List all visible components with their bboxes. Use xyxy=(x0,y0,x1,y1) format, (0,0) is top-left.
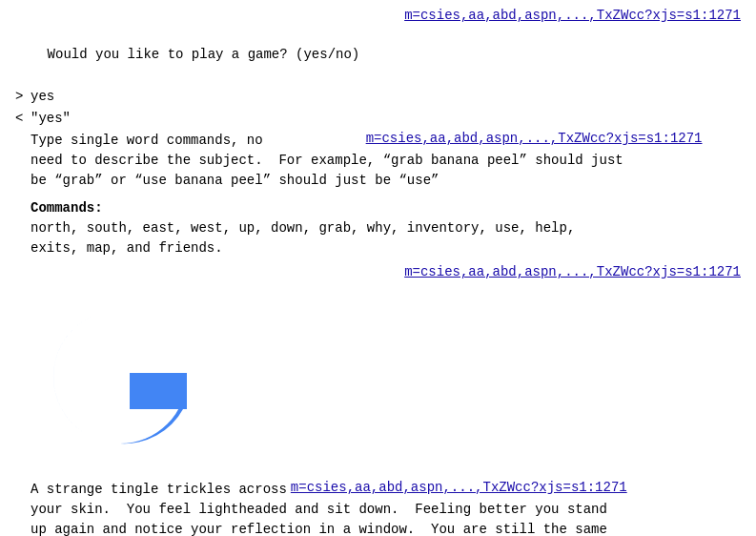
instructions-block: Type single word commands, no m=csies,aa… xyxy=(15,131,741,191)
instructions-row1: Type single word commands, no m=csies,aa… xyxy=(31,131,741,151)
question-line: Would you like to play a game? (yes/no) xyxy=(15,25,741,85)
response-text: "yes" xyxy=(31,109,71,129)
instructions-text2: need to describe the subject. For exampl… xyxy=(31,151,741,171)
commands-block: Commands: north, south, east, west, up, … xyxy=(15,198,741,258)
commands-list: north, south, east, west, up, down, grab… xyxy=(31,218,741,238)
commands-label: Commands: xyxy=(31,198,741,218)
story-row1: A strange tingle trickles across m=csies… xyxy=(31,480,741,500)
response-symbol: < xyxy=(15,109,27,129)
instructions-text3: be “grab” or “use banana peel” should ju… xyxy=(31,171,741,191)
user-input-text: yes xyxy=(31,87,54,107)
instructions-text1: Type single word commands, no xyxy=(31,131,263,151)
response-line: < "yes" xyxy=(15,109,741,129)
svg-rect-0 xyxy=(130,373,187,409)
story-text3: up again and notice your reflection in a… xyxy=(31,520,741,536)
question-text: Would you like to play a game? (yes/no) xyxy=(48,47,360,62)
header-link[interactable]: m=csies,aa,abd,aspn,...,TxZWcc?xjs=s1:12… xyxy=(404,8,741,23)
instructions-link[interactable]: m=csies,aa,abd,aspn,...,TxZWcc?xjs=s1:12… xyxy=(366,131,703,146)
user-input-line: > yes xyxy=(15,87,741,107)
main-content: m=csies,aa,abd,aspn,...,TxZWcc?xjs=s1:12… xyxy=(15,8,741,536)
story-block: A strange tingle trickles across m=csies… xyxy=(15,480,741,536)
story-text1: A strange tingle trickles across xyxy=(31,480,287,500)
commands-list2: exits, map, and friends. xyxy=(31,238,741,258)
story-link[interactable]: m=csies,aa,abd,aspn,...,TxZWcc?xjs=s1:12… xyxy=(291,480,627,495)
input-symbol: > xyxy=(15,87,27,107)
header-link-container: m=csies,aa,abd,aspn,...,TxZWcc?xjs=s1:12… xyxy=(15,8,741,23)
google-g-logo xyxy=(44,300,196,453)
middle-link-container: m=csies,aa,abd,aspn,...,TxZWcc?xjs=s1:12… xyxy=(15,264,741,279)
google-logo-container xyxy=(15,281,741,472)
story-text2: your skin. You feel lightheaded and sit … xyxy=(31,500,741,520)
middle-link[interactable]: m=csies,aa,abd,aspn,...,TxZWcc?xjs=s1:12… xyxy=(404,264,741,279)
